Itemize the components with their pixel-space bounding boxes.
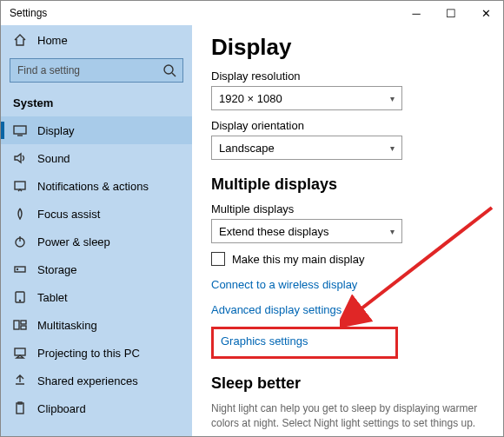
svg-rect-4	[15, 267, 25, 272]
search-icon	[162, 63, 176, 80]
focus-assist-icon	[13, 207, 27, 221]
sidebar-item-label: Clipboard	[37, 402, 86, 415]
sidebar-item-storage[interactable]: Storage	[1, 255, 192, 283]
sidebar: Home System Display Sound Notifications …	[1, 25, 192, 436]
sidebar-item-label: Focus assist	[37, 208, 100, 221]
svg-point-5	[17, 269, 18, 270]
resolution-select[interactable]: 1920 × 1080 ▾	[211, 86, 402, 110]
link-graphics-settings[interactable]: Graphics settings	[221, 334, 388, 348]
sidebar-item-label: Power & sleep	[37, 235, 110, 248]
home-icon	[13, 33, 27, 47]
sleep-better-description: Night light can help you get to sleep by…	[211, 401, 482, 431]
home-label: Home	[37, 34, 68, 47]
svg-rect-1	[14, 126, 26, 134]
sidebar-item-notifications[interactable]: Notifications & actions	[1, 172, 192, 200]
sidebar-item-shared-experiences[interactable]: Shared experiences	[1, 367, 192, 394]
orientation-label: Display orientation	[211, 119, 482, 132]
svg-rect-12	[17, 403, 23, 414]
section-heading: System	[1, 91, 192, 116]
sidebar-item-label: Multitasking	[37, 319, 97, 332]
maximize-button[interactable]: ☐	[434, 1, 468, 25]
svg-rect-11	[15, 348, 25, 355]
svg-rect-10	[21, 326, 26, 329]
link-advanced-display[interactable]: Advanced display settings	[211, 303, 482, 316]
sidebar-item-display[interactable]: Display	[1, 116, 192, 144]
multiple-displays-label: Multiple displays	[211, 202, 482, 215]
multiple-displays-value: Extend these displays	[219, 225, 328, 238]
sidebar-item-sound[interactable]: Sound	[1, 144, 192, 172]
svg-rect-9	[21, 321, 26, 324]
main-display-checkbox-label: Make this my main display	[232, 253, 364, 266]
svg-rect-8	[14, 321, 19, 329]
search-input[interactable]	[10, 58, 183, 83]
sidebar-item-power-sleep[interactable]: Power & sleep	[1, 228, 192, 255]
resolution-label: Display resolution	[211, 70, 482, 83]
resolution-value: 1920 × 1080	[219, 92, 282, 105]
content-pane: Display Display resolution 1920 × 1080 ▾…	[192, 25, 503, 436]
sidebar-item-label: Shared experiences	[37, 374, 138, 387]
sidebar-item-label: Notifications & actions	[37, 180, 149, 193]
sound-icon	[13, 151, 27, 165]
sidebar-item-label: Display	[37, 124, 75, 137]
tablet-icon	[13, 290, 27, 304]
sidebar-item-label: Tablet	[37, 291, 68, 304]
minimize-button[interactable]: ─	[399, 1, 434, 25]
annotation-highlight-box: Graphics settings	[211, 327, 398, 359]
svg-point-0	[164, 65, 173, 74]
svg-rect-2	[15, 182, 25, 189]
sidebar-item-projecting[interactable]: Projecting to this PC	[1, 339, 192, 367]
window-title: Settings	[10, 7, 399, 19]
orientation-select[interactable]: Landscape ▾	[211, 136, 402, 160]
sidebar-item-label: Storage	[37, 263, 77, 276]
link-wireless-display[interactable]: Connect to a wireless display	[211, 278, 482, 291]
sidebar-item-label: Sound	[37, 152, 70, 165]
sleep-better-heading: Sleep better	[211, 374, 482, 393]
projecting-icon	[13, 346, 27, 360]
multiple-displays-heading: Multiple displays	[211, 175, 482, 194]
title-bar: Settings ─ ☐ ✕	[1, 1, 503, 25]
sidebar-item-clipboard[interactable]: Clipboard	[1, 394, 192, 422]
chevron-down-icon: ▾	[390, 94, 395, 103]
storage-icon	[13, 262, 27, 276]
power-icon	[13, 235, 27, 248]
svg-point-7	[20, 301, 21, 301]
sidebar-item-label: Projecting to this PC	[37, 347, 140, 360]
orientation-value: Landscape	[219, 142, 275, 155]
multiple-displays-select[interactable]: Extend these displays ▾	[211, 219, 402, 243]
page-title: Display	[211, 34, 482, 61]
main-display-checkbox-row[interactable]: Make this my main display	[211, 252, 482, 266]
notifications-icon	[13, 179, 27, 193]
search-field[interactable]	[10, 58, 183, 83]
multitasking-icon	[13, 318, 27, 332]
sidebar-item-focus-assist[interactable]: Focus assist	[1, 200, 192, 228]
checkbox-icon[interactable]	[211, 252, 225, 266]
close-button[interactable]: ✕	[468, 1, 503, 25]
sidebar-item-tablet[interactable]: Tablet	[1, 283, 192, 311]
chevron-down-icon: ▾	[390, 227, 395, 236]
home-button[interactable]: Home	[1, 27, 192, 53]
display-icon	[13, 123, 27, 137]
chevron-down-icon: ▾	[390, 143, 395, 153]
sidebar-item-multitasking[interactable]: Multitasking	[1, 311, 192, 339]
shared-experiences-icon	[13, 374, 27, 387]
clipboard-icon	[13, 401, 27, 415]
